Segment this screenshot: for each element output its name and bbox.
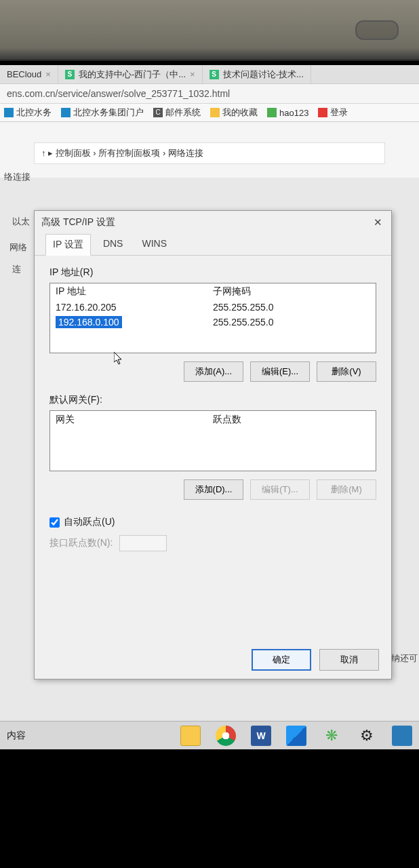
- screen-bottom-black: [0, 749, 419, 868]
- bookmarks-bar: 北控水务 北控水务集团门户 C 邮件系统 我的收藏 hao123 登录: [0, 104, 419, 122]
- auto-metric-checkbox[interactable]: [49, 517, 60, 528]
- browser-tab-2[interactable]: S 我的支持中心-西门子（中... ×: [58, 65, 203, 83]
- ok-button[interactable]: 确定: [252, 649, 311, 671]
- dialog-title-text: 高级 TCP/IP 设置: [41, 216, 115, 229]
- tab-title: 技术问题讨论-技术...: [223, 68, 304, 81]
- breadcrumb[interactable]: ↑ ▸ 控制面板 › 所有控制面板项 › 网络连接: [34, 142, 385, 164]
- tab-wins[interactable]: WINS: [135, 234, 174, 255]
- bookmark-icon: C: [153, 108, 163, 117]
- dialog-footer: 确定 取消: [252, 649, 379, 671]
- bookmark-item[interactable]: 我的收藏: [210, 106, 258, 119]
- auto-metric-label: 自动跃点(U): [64, 516, 115, 528]
- tab-ip-settings[interactable]: IP 设置: [45, 234, 91, 256]
- desktop: BECloud × S 我的支持中心-西门子（中... × S 技术问题讨论-技…: [0, 65, 419, 726]
- bookmark-icon: [61, 108, 71, 117]
- taskbar: 内容 W ❋ ⚙: [0, 721, 419, 749]
- sidebar-title: 网络: [9, 241, 27, 254]
- bg-text: 以太: [12, 216, 30, 228]
- add-ip-button[interactable]: 添加(A)...: [184, 361, 243, 382]
- bookmark-icon: [267, 108, 277, 117]
- browser-tabs: BECloud × S 我的支持中心-西门子（中... × S 技术问题讨论-技…: [0, 65, 419, 84]
- tab-title: 我的支持中心-西门子（中...: [79, 68, 186, 81]
- bookmark-item[interactable]: hao123: [267, 108, 308, 118]
- ip-address-list[interactable]: IP 地址 子网掩码 172.16.20.205 255.255.255.0 1…: [49, 283, 376, 353]
- gateway-label: 默认网关(F):: [49, 394, 376, 406]
- bg-text: 络连接: [4, 171, 31, 183]
- folder-icon: [210, 108, 220, 117]
- edit-ip-button[interactable]: 编辑(E)...: [250, 361, 310, 382]
- settings-icon[interactable]: ⚙: [357, 726, 377, 746]
- tab-title: BECloud: [7, 69, 41, 79]
- edit-gateway-button: 编辑(T)...: [250, 479, 310, 500]
- chrome-icon[interactable]: [216, 726, 236, 746]
- browser-tab-1[interactable]: BECloud ×: [0, 65, 58, 83]
- list-item-selected[interactable]: 192.168.0.100 255.255.255.0: [50, 315, 376, 330]
- sidebar-item: 连: [12, 263, 21, 275]
- bookmark-item[interactable]: 北控水务集团门户: [61, 106, 144, 119]
- app-icon[interactable]: [392, 726, 412, 746]
- bookmark-icon: [4, 108, 14, 117]
- gateway-list[interactable]: 网关 跃点数: [49, 410, 376, 471]
- list-header: IP 地址 子网掩码: [50, 283, 376, 300]
- dialog-body: IP 地址(R) IP 地址 子网掩码 172.16.20.205 255.25…: [35, 256, 391, 562]
- col-gateway: 网关: [56, 414, 213, 426]
- ip-buttons: 添加(A)... 编辑(E)... 删除(V): [49, 361, 376, 382]
- add-gateway-button[interactable]: 添加(D)...: [184, 479, 243, 500]
- file-explorer-icon[interactable]: [180, 726, 201, 746]
- bookmark-item[interactable]: 登录: [318, 106, 348, 119]
- list-item[interactable]: 172.16.20.205 255.255.255.0: [50, 300, 376, 315]
- close-icon[interactable]: ×: [190, 69, 195, 79]
- close-icon[interactable]: ✕: [371, 216, 384, 229]
- list-header: 网关 跃点数: [50, 411, 376, 429]
- gateway-buttons: 添加(D)... 编辑(T)... 删除(M): [49, 479, 376, 500]
- auto-metric-row: 自动跃点(U): [49, 516, 376, 528]
- interface-metric-input: [119, 535, 167, 551]
- col-mask: 子网掩码: [213, 285, 370, 298]
- address-bar[interactable]: ens.com.cn/service/answer/solve_253771_1…: [0, 84, 419, 104]
- bg-text: 纳还可: [391, 652, 418, 665]
- huawei-icon: [318, 108, 327, 117]
- ip-addresses-label: IP 地址(R): [49, 267, 376, 279]
- taskbar-text: 内容: [7, 730, 26, 742]
- tab-dns[interactable]: DNS: [96, 234, 130, 255]
- screen-area: BECloud × S 我的支持中心-西门子（中... × S 技术问题讨论-技…: [0, 61, 419, 868]
- bookmark-item[interactable]: C 邮件系统: [153, 106, 201, 119]
- interface-metric-label: 接口跃点数(N):: [49, 537, 113, 549]
- bookmark-item[interactable]: 北控水务: [4, 106, 52, 119]
- cancel-button[interactable]: 取消: [319, 649, 379, 671]
- word-icon[interactable]: W: [251, 726, 271, 746]
- delete-gateway-button: 删除(M): [317, 479, 376, 500]
- photos-icon[interactable]: [286, 726, 306, 746]
- col-ip: IP 地址: [56, 285, 213, 298]
- dialog-tabs: IP 设置 DNS WINS: [35, 234, 391, 256]
- browser-tab-3[interactable]: S 技术问题讨论-技术...: [203, 65, 311, 83]
- tcpip-advanced-dialog: 高级 TCP/IP 设置 ✕ IP 设置 DNS WINS IP 地址(R) I…: [34, 210, 392, 679]
- laptop-bezel: [0, 0, 419, 61]
- close-icon[interactable]: ×: [45, 69, 51, 79]
- delete-ip-button[interactable]: 删除(V): [317, 361, 376, 382]
- favicon-icon: S: [210, 70, 219, 79]
- interface-metric-row: 接口跃点数(N):: [49, 535, 376, 551]
- wechat-icon[interactable]: ❋: [321, 726, 342, 746]
- url-text: ens.com.cn/service/answer/solve_253771_1…: [7, 88, 230, 99]
- page-content: 络连接 ↑ ▸ 控制面板 › 所有控制面板项 › 网络连接 以太 网络 连 纳还…: [0, 122, 419, 178]
- favicon-icon: S: [65, 70, 75, 79]
- col-metric: 跃点数: [213, 414, 370, 426]
- dialog-titlebar[interactable]: 高级 TCP/IP 设置 ✕: [35, 211, 391, 234]
